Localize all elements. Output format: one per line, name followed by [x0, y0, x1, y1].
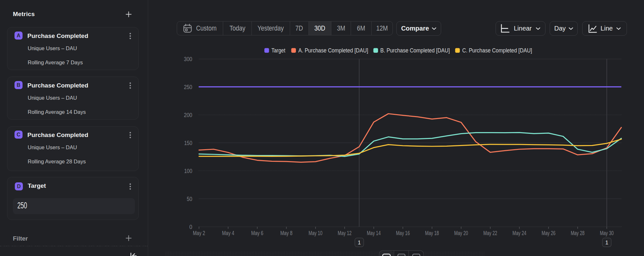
svg-text:B. Purchase Completed [DAU]: B. Purchase Completed [DAU]	[380, 47, 450, 54]
svg-text:May 16: May 16	[396, 230, 410, 236]
svg-text:May 2: May 2	[193, 230, 205, 236]
svg-text:May 22: May 22	[483, 230, 497, 236]
svg-text:250: 250	[184, 84, 192, 90]
svg-text:May 14: May 14	[367, 230, 381, 236]
svg-text:100: 100	[184, 168, 192, 174]
svg-text:May 18: May 18	[425, 230, 439, 236]
svg-text:Target: Target	[271, 47, 285, 54]
svg-text:May 24: May 24	[513, 230, 526, 236]
svg-text:May 30: May 30	[600, 230, 614, 236]
svg-text:300: 300	[184, 56, 192, 62]
svg-text:May 4: May 4	[222, 230, 234, 236]
svg-text:A. Purchase Completed [DAU]: A. Purchase Completed [DAU]	[298, 47, 368, 54]
svg-text:May 8: May 8	[280, 230, 292, 236]
svg-text:1: 1	[358, 240, 361, 246]
svg-text:May 26: May 26	[542, 230, 555, 236]
svg-text:May 20: May 20	[454, 230, 468, 236]
svg-text:200: 200	[184, 112, 192, 118]
svg-text:May 10: May 10	[308, 230, 322, 236]
svg-text:1: 1	[605, 240, 608, 246]
svg-text:May 6: May 6	[251, 230, 263, 236]
svg-text:0: 0	[189, 224, 192, 230]
svg-text:150: 150	[184, 140, 192, 146]
svg-text:May 28: May 28	[571, 230, 584, 236]
svg-text:C. Purchase Completed [DAU]: C. Purchase Completed [DAU]	[462, 47, 532, 54]
svg-text:50: 50	[187, 196, 192, 202]
svg-text:May 12: May 12	[338, 230, 352, 236]
